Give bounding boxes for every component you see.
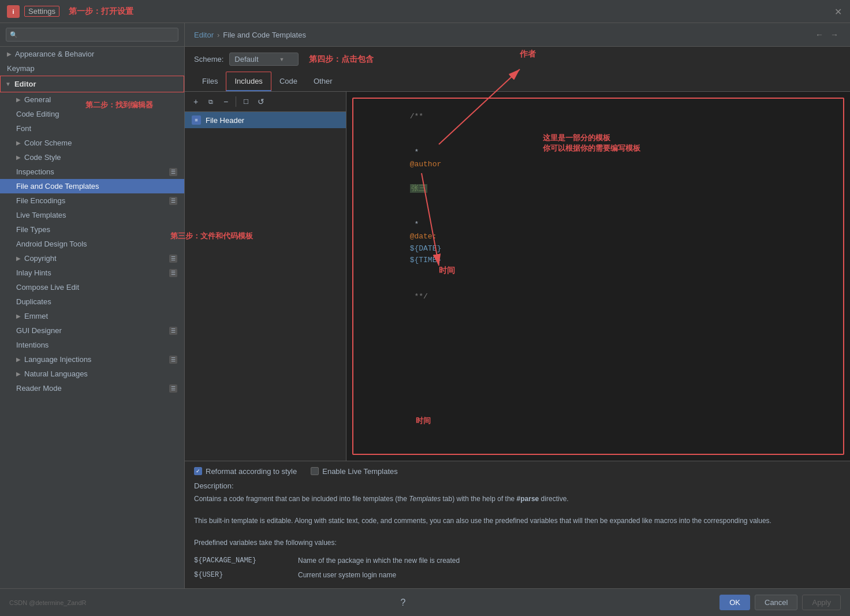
ok-button[interactable]: OK	[719, 595, 750, 610]
duplicate-button[interactable]: ☐	[240, 95, 252, 108]
sidebar-label: Appearance & Behavior	[15, 50, 94, 58]
sidebar-item-file-code-templates[interactable]: File and Code Templates	[0, 179, 184, 193]
template-body: + ⧉ − ☐ ↺	[185, 92, 850, 461]
main-container: 🔍 ▶ Appearance & Behavior Keymap ▼ Edito…	[0, 23, 850, 588]
sidebar-item-natural-languages[interactable]: ▶ Natural Languages	[0, 367, 184, 381]
sidebar-item-emmet[interactable]: ▶ Emmet	[0, 309, 184, 323]
add-button[interactable]: +	[189, 95, 202, 108]
sidebar-label: File Encodings	[16, 196, 65, 205]
live-templates-checkbox[interactable]	[311, 467, 319, 475]
tabs-row: Files Includes Code Other	[185, 72, 850, 92]
var-name: ${PACKAGE_NAME}	[194, 555, 298, 566]
live-templates-checkbox-row: Enable Live Templates	[311, 467, 398, 476]
sidebar-label: Color Scheme	[24, 139, 72, 147]
sidebar-item-editor[interactable]: ▼ Editor	[0, 76, 184, 92]
template-list: ≡ File Header	[185, 112, 346, 461]
chevron-right-icon: ▶	[16, 356, 21, 363]
sidebar-label: Reader Mode	[16, 384, 62, 393]
back-button[interactable]: ←	[813, 29, 826, 40]
template-item-label: File Header	[206, 116, 244, 125]
remove-button[interactable]: −	[219, 95, 232, 108]
sidebar-item-inlay-hints[interactable]: Inlay Hints ☰	[0, 266, 184, 280]
breadcrumb-current: File and Code Templates	[223, 31, 306, 39]
window-title: Settings	[24, 6, 59, 17]
list-item[interactable]: ≡ File Header	[185, 112, 346, 128]
description-label: Description:	[194, 481, 841, 490]
reformat-checkbox-row: Reformat according to style	[194, 467, 297, 476]
breadcrumb-editor[interactable]: Editor	[194, 31, 214, 39]
apply-button[interactable]: Apply	[802, 595, 841, 610]
sidebar-item-color-scheme[interactable]: ▶ Color Scheme	[0, 136, 184, 150]
tab-includes[interactable]: Includes	[226, 72, 271, 91]
dropdown-arrow-icon: ▼	[279, 57, 284, 62]
sidebar-item-copyright[interactable]: ▶ Copyright ☰	[0, 251, 184, 266]
sidebar-item-live-templates[interactable]: Live Templates	[0, 208, 184, 222]
sidebar-item-gui-designer[interactable]: GUI Designer ☰	[0, 323, 184, 338]
reformat-checkbox[interactable]	[194, 467, 202, 475]
footer-credit: CSDN @determine_ZandR	[9, 599, 86, 606]
var-row: ${PACKAGE_NAME} Name of the package in w…	[194, 554, 841, 568]
sidebar-item-android-design-tools[interactable]: Android Design Tools	[0, 237, 184, 251]
sidebar-item-code-style[interactable]: ▶ Code Style	[0, 150, 184, 165]
sidebar-label: Android Design Tools	[16, 240, 87, 248]
tab-files[interactable]: Files	[194, 72, 226, 91]
sidebar-item-code-editing[interactable]: Code Editing	[0, 107, 184, 121]
sidebar-label: Emmet	[24, 312, 48, 320]
reset-button[interactable]: ↺	[255, 95, 267, 108]
var-name: ${USER}	[194, 570, 298, 581]
search-input[interactable]	[6, 28, 178, 42]
content-panel: Editor › File and Code Templates ← → Sch…	[185, 23, 850, 588]
chevron-right-icon: ▶	[16, 255, 21, 262]
chevron-right-icon: ▶	[16, 96, 21, 103]
titlebar: i Settings 第一步：打开设置 ✕	[0, 0, 850, 23]
badge-icon: ☰	[169, 255, 177, 263]
toolbar-separator	[236, 96, 236, 107]
code-editor[interactable]: /** * @author 张三 * @date: ${DATE} ${TIME…	[346, 92, 850, 461]
template-list-panel: + ⧉ − ☐ ↺	[185, 92, 346, 461]
sidebar-item-appearance[interactable]: ▶ Appearance & Behavior	[0, 47, 184, 61]
close-button[interactable]: ✕	[834, 6, 842, 17]
sidebar-item-intentions[interactable]: Intentions	[0, 338, 184, 352]
badge-icon: ☰	[169, 269, 177, 277]
bottom-section: Reformat according to style Enable Live …	[185, 461, 850, 588]
sidebar-label: Compose Live Edit	[16, 283, 79, 292]
live-templates-label: Enable Live Templates	[322, 467, 398, 476]
sidebar-label: Language Injections	[24, 355, 91, 364]
sidebar-label: Inlay Hints	[16, 268, 51, 277]
chevron-down-icon: ▼	[5, 81, 11, 87]
scheme-dropdown[interactable]: Default ▼	[229, 53, 299, 66]
forward-button[interactable]: →	[828, 29, 841, 40]
copy-button[interactable]: ⧉	[204, 95, 217, 108]
sidebar-item-file-types[interactable]: File Types	[0, 222, 184, 237]
sidebar-item-duplicates[interactable]: Duplicates	[0, 294, 184, 309]
badge-icon: ☰	[169, 168, 177, 176]
sidebar-label: Intentions	[16, 341, 49, 349]
sidebar-item-language-injections[interactable]: ▶ Language Injections ☰	[0, 352, 184, 367]
tab-other[interactable]: Other	[305, 72, 341, 91]
description-text: Contains a code fragment that can be inc…	[194, 494, 841, 583]
sidebar-label: Natural Languages	[24, 369, 88, 378]
breadcrumb-nav: ← →	[813, 29, 841, 40]
reformat-label: Reformat according to style	[206, 467, 297, 476]
cancel-button[interactable]: Cancel	[755, 595, 797, 610]
sidebar-label: Duplicates	[16, 297, 51, 306]
sidebar-item-reader-mode[interactable]: Reader Mode ☰	[0, 381, 184, 395]
options-row: Reformat according to style Enable Live …	[185, 461, 850, 481]
sidebar-item-general[interactable]: ▶ General	[0, 92, 184, 107]
tab-code[interactable]: Code	[271, 72, 305, 91]
sidebar-label: Live Templates	[16, 211, 66, 219]
chevron-right-icon: ▶	[16, 313, 21, 319]
sidebar-label: Keymap	[7, 64, 35, 73]
sidebar-item-font[interactable]: Font	[0, 121, 184, 136]
help-button[interactable]: ?	[400, 598, 405, 608]
sidebar-item-file-encodings[interactable]: File Encodings ☰	[0, 193, 184, 208]
sidebar: 🔍 ▶ Appearance & Behavior Keymap ▼ Edito…	[0, 23, 185, 588]
app-icon: i	[7, 5, 20, 18]
sidebar-label: Inspections	[16, 167, 54, 176]
code-line: * @author 张三	[356, 135, 841, 207]
sidebar-label: Code Style	[24, 153, 61, 162]
sidebar-item-inspections[interactable]: Inspections ☰	[0, 165, 184, 179]
sidebar-item-keymap[interactable]: Keymap	[0, 61, 184, 76]
sidebar-item-compose-live-edit[interactable]: Compose Live Edit	[0, 280, 184, 294]
sidebar-label: File and Code Templates	[16, 182, 99, 191]
